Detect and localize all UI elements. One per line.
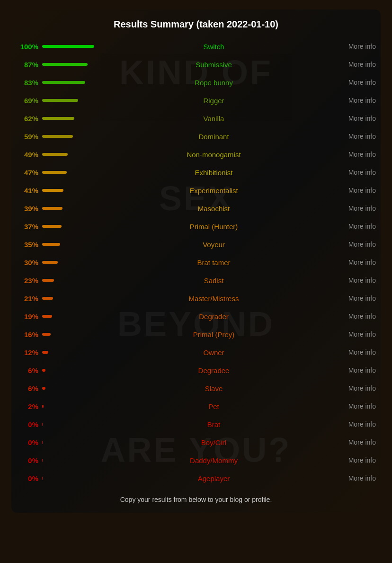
more-info-button[interactable]: More info: [329, 223, 376, 230]
more-info-button[interactable]: More info: [329, 151, 376, 158]
more-info-button[interactable]: More info: [329, 205, 376, 212]
results-list: 100% Switch More info 87% Submissive Mor…: [16, 37, 376, 487]
table-row: 2% Pet More info: [16, 397, 376, 415]
percent-value: 30%: [16, 259, 42, 267]
more-info-button[interactable]: More info: [329, 79, 376, 86]
percent-value: 100%: [16, 43, 42, 51]
more-info-button[interactable]: More info: [329, 187, 376, 194]
more-info-button[interactable]: More info: [329, 277, 376, 284]
more-info-button[interactable]: More info: [329, 295, 376, 302]
bar-container: [42, 351, 99, 354]
progress-bar: [42, 225, 62, 228]
progress-bar: [42, 441, 43, 444]
result-label: Brat tamer: [99, 259, 329, 267]
result-label: Slave: [99, 384, 329, 393]
table-row: 19% Degrader More info: [16, 307, 376, 325]
result-label: Switch: [99, 43, 329, 51]
percent-value: 16%: [16, 331, 42, 339]
percent-value: 23%: [16, 277, 42, 285]
bar-container: [42, 135, 99, 138]
bar-container: [42, 99, 99, 102]
percent-value: 12%: [16, 349, 42, 357]
bar-container: [42, 297, 99, 300]
table-row: 21% Master/Mistress More info: [16, 289, 376, 307]
bar-container: [42, 63, 99, 66]
progress-bar: [42, 333, 51, 336]
percent-value: 87%: [16, 61, 42, 69]
table-row: 100% Switch More info: [16, 37, 376, 55]
more-info-button[interactable]: More info: [329, 456, 376, 464]
more-info-button[interactable]: More info: [329, 133, 376, 140]
bar-container: [42, 171, 99, 174]
more-info-button[interactable]: More info: [329, 169, 376, 176]
bar-container: [42, 279, 99, 282]
result-label: Ageplayer: [99, 474, 329, 483]
progress-bar: [42, 63, 88, 66]
more-info-button[interactable]: More info: [329, 438, 376, 446]
result-label: Non-monogamist: [99, 151, 329, 159]
more-info-button[interactable]: More info: [329, 97, 376, 104]
more-info-button[interactable]: More info: [329, 43, 376, 50]
percent-value: 6%: [16, 384, 42, 393]
progress-bar: [42, 297, 53, 300]
result-label: Primal (Hunter): [99, 223, 329, 231]
percent-value: 62%: [16, 115, 42, 123]
more-info-button[interactable]: More info: [329, 259, 376, 266]
progress-bar: [42, 243, 60, 246]
percent-value: 69%: [16, 97, 42, 105]
table-row: 87% Submissive More info: [16, 55, 376, 73]
result-label: Vanilla: [99, 115, 329, 123]
result-label: Voyeur: [99, 241, 329, 249]
percent-value: 37%: [16, 223, 42, 231]
table-row: 69% Rigger More info: [16, 91, 376, 109]
result-label: Degrader: [99, 313, 329, 321]
table-row: 16% Primal (Prey) More info: [16, 325, 376, 343]
more-info-button[interactable]: More info: [329, 349, 376, 356]
table-row: 6% Degradee More info: [16, 361, 376, 379]
progress-bar: [42, 351, 48, 354]
progress-bar: [42, 423, 43, 426]
percent-value: 0%: [16, 438, 42, 447]
more-info-button[interactable]: More info: [329, 241, 376, 248]
table-row: 37% Primal (Hunter) More info: [16, 217, 376, 235]
more-info-button[interactable]: More info: [329, 313, 376, 320]
more-info-button[interactable]: More info: [329, 474, 376, 482]
table-row: 59% Dominant More info: [16, 127, 376, 145]
percent-value: 83%: [16, 79, 42, 87]
more-info-button[interactable]: More info: [329, 115, 376, 122]
more-info-button[interactable]: More info: [329, 61, 376, 68]
progress-bar: [42, 405, 44, 408]
percent-value: 19%: [16, 313, 42, 321]
percent-value: 49%: [16, 151, 42, 159]
progress-bar: [42, 207, 62, 210]
more-info-button[interactable]: More info: [329, 366, 376, 374]
result-label: Dominant: [99, 133, 329, 141]
bar-container: [42, 387, 99, 390]
table-row: 62% Vanilla More info: [16, 109, 376, 127]
table-row: 0% Boy/Girl More info: [16, 433, 376, 451]
percent-value: 59%: [16, 133, 42, 141]
percent-value: 0%: [16, 420, 42, 429]
more-info-button[interactable]: More info: [329, 384, 376, 392]
more-info-button[interactable]: More info: [329, 402, 376, 410]
percent-value: 35%: [16, 241, 42, 249]
bar-container: [42, 405, 99, 408]
more-info-button[interactable]: More info: [329, 331, 376, 338]
more-info-button[interactable]: More info: [329, 420, 376, 428]
bar-container: [42, 315, 99, 318]
percent-value: 0%: [16, 474, 42, 483]
footer-text: Copy your results from below to your blo…: [16, 494, 376, 503]
result-label: Daddy/Mommy: [99, 456, 329, 465]
bar-container: [42, 333, 99, 336]
progress-bar: [42, 261, 58, 264]
percent-value: 6%: [16, 366, 42, 375]
progress-bar: [42, 117, 74, 120]
table-row: 41% Experimentalist More info: [16, 181, 376, 199]
results-container: KIND OF SEX BEYOND ARE YOU? Results Summ…: [11, 9, 381, 513]
progress-bar: [42, 135, 73, 138]
table-row: 12% Owner More info: [16, 343, 376, 361]
bar-container: [42, 81, 99, 84]
result-label: Rigger: [99, 97, 329, 105]
percent-value: 21%: [16, 295, 42, 303]
table-row: 0% Daddy/Mommy More info: [16, 451, 376, 469]
